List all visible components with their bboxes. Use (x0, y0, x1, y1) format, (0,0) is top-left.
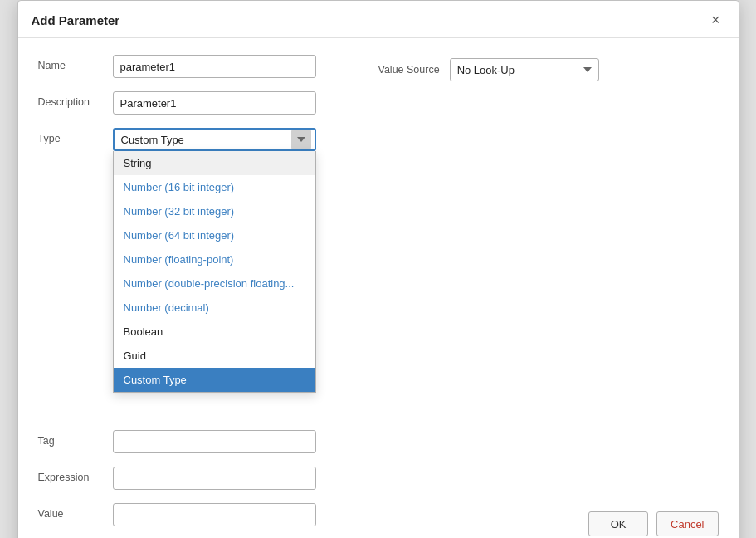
type-select-button[interactable]: Custom Type (113, 128, 316, 151)
name-input[interactable] (113, 55, 316, 78)
dropdown-item-custom-type[interactable]: Custom Type (114, 368, 315, 392)
dialog-footer: OK Cancel (568, 498, 738, 538)
dropdown-item-number-float[interactable]: Number (floating-point) (114, 247, 315, 271)
dropdown-item-number-64[interactable]: Number (64 bit integer) (114, 223, 315, 247)
form-layout: Name Description Type Custom Type (38, 55, 719, 538)
value-input[interactable] (113, 503, 316, 526)
description-input[interactable] (113, 91, 316, 115)
type-row: Type Custom Type String (38, 128, 378, 151)
type-dropdown-wrapper: Custom Type String Number (16 bit intege… (113, 128, 316, 151)
dialog-title: Add Parameter (32, 13, 120, 27)
tag-label: Tag (38, 430, 113, 447)
left-column: Name Description Type Custom Type (38, 55, 378, 538)
value-label: Value (38, 503, 113, 520)
expression-row: Expression (38, 467, 378, 490)
tag-row: Tag (38, 430, 378, 453)
name-row: Name (38, 55, 378, 78)
tag-input[interactable] (113, 430, 316, 453)
dialog-header: Add Parameter × (18, 1, 739, 38)
expression-label: Expression (38, 467, 113, 483)
dropdown-item-boolean[interactable]: Boolean (114, 320, 315, 344)
description-row: Description (38, 91, 378, 115)
dropdown-item-number-16[interactable]: Number (16 bit integer) (114, 175, 315, 199)
value-row: Value (38, 503, 378, 526)
expression-input[interactable] (113, 467, 316, 490)
dropdown-item-string[interactable]: String (114, 151, 315, 175)
add-parameter-dialog: Add Parameter × Name Description Type (17, 0, 739, 538)
name-label: Name (38, 55, 113, 71)
dialog-body: Name Description Type Custom Type (18, 38, 739, 538)
value-source-section: Value Source No Look-Up (378, 58, 599, 81)
type-label: Type (38, 128, 113, 144)
dropdown-chevron-icon (291, 130, 311, 149)
dropdown-item-number-32[interactable]: Number (32 bit integer) (114, 199, 315, 223)
dropdown-item-guid[interactable]: Guid (114, 344, 315, 368)
value-source-select[interactable]: No Look-Up (450, 58, 599, 81)
description-label: Description (38, 91, 113, 108)
type-selected-value: Custom Type (121, 134, 184, 146)
type-dropdown-list: String Number (16 bit integer) Number (3… (113, 151, 316, 393)
dropdown-item-number-decimal[interactable]: Number (decimal) (114, 296, 315, 320)
ok-button[interactable]: OK (588, 511, 648, 536)
value-source-label: Value Source (378, 64, 440, 76)
cancel-button[interactable]: Cancel (656, 511, 718, 536)
close-button[interactable]: × (706, 11, 725, 29)
dropdown-item-number-double[interactable]: Number (double-precision floating... (114, 271, 315, 296)
right-column: Value Source No Look-Up (378, 55, 719, 538)
